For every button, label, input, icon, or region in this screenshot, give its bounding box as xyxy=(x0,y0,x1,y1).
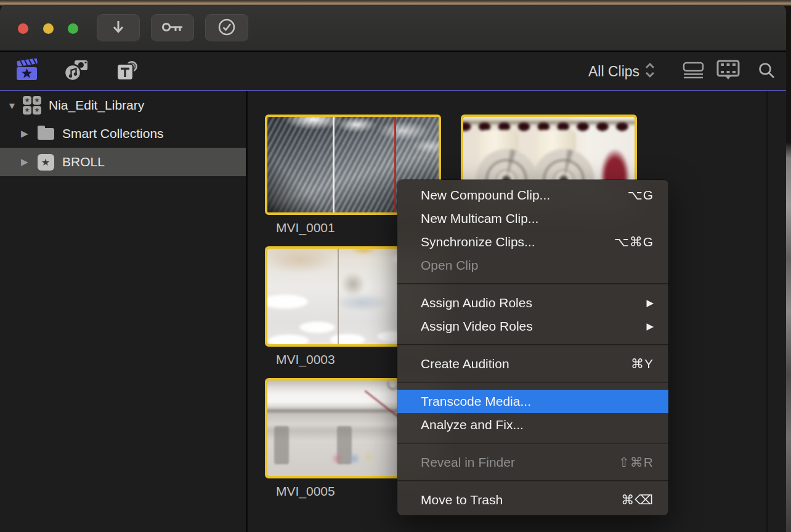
filmstrip-view-button[interactable] xyxy=(715,53,743,90)
menu-item-shortcut: ⌘Y xyxy=(631,357,654,371)
sidebar-item-label: BROLL xyxy=(62,155,105,169)
sidebar-item-broll[interactable]: ▶ ★ BROLL xyxy=(0,148,246,176)
titlebar[interactable] xyxy=(0,5,786,52)
menu-item-label: Assign Video Roles xyxy=(421,319,635,334)
skimmer-line xyxy=(394,115,396,215)
library-icon: ★★★★ xyxy=(21,96,43,115)
menu-item-shortcut: ⇧⌘R xyxy=(619,455,654,470)
menu-separator xyxy=(397,382,668,383)
keyword-editor-button[interactable] xyxy=(151,14,194,42)
menu-separator xyxy=(397,344,668,345)
menu-item-move-to-trash[interactable]: Move to Trash ⌘⌫ xyxy=(397,488,668,512)
search-icon xyxy=(757,61,776,82)
menu-item-label: New Compound Clip... xyxy=(421,188,616,203)
menu-separator xyxy=(397,283,668,284)
music-note-camera-icon xyxy=(64,58,90,84)
zoom-button[interactable] xyxy=(68,23,78,34)
menu-item-shortcut: ⌘⌫ xyxy=(621,493,654,507)
photos-audio-sidebar-toggle[interactable] xyxy=(63,53,91,90)
updown-chevron-icon xyxy=(644,62,655,81)
submenu-arrow-icon: ▶ xyxy=(646,321,654,332)
menu-item-shortcut: ⌥G xyxy=(627,188,654,203)
browser-toolbar: All Clips xyxy=(0,53,786,90)
clip-filter-dropdown[interactable]: All Clips xyxy=(588,53,655,90)
disclosure-triangle-collapsed-icon[interactable]: ▶ xyxy=(21,128,34,139)
screen: All Clips xyxy=(0,0,791,532)
menu-item-shortcut: ⌥⌘G xyxy=(614,235,654,249)
menu-item-reveal-in-finder: Reveal in Finder ⇧⌘R xyxy=(397,451,668,474)
menu-item-label: Synchronize Clips... xyxy=(421,235,602,249)
menu-item-label: Assign Audio Roles xyxy=(421,296,635,310)
menu-item-label: Reveal in Finder xyxy=(421,455,607,470)
clip-browser: MVI_0001 MVI_ xyxy=(248,91,786,532)
key-icon xyxy=(161,22,184,35)
menu-item-transcode-media[interactable]: Transcode Media... xyxy=(397,390,668,413)
thread-line xyxy=(338,246,339,347)
disclosure-triangle-collapsed-icon[interactable]: ▶ xyxy=(21,156,34,167)
menu-item-label: Move to Trash xyxy=(421,493,610,507)
libraries-sidebar: ▼ ★★★★ Nia_Edit_Library ▶ Smart Collecti… xyxy=(0,91,246,532)
menu-item-create-audition[interactable]: Create Audition ⌘Y xyxy=(397,352,668,376)
clip-appearance-icon xyxy=(683,62,705,81)
menu-item-label: Analyze and Fix... xyxy=(421,417,654,432)
main-content: ▼ ★★★★ Nia_Edit_Library ▶ Smart Collecti… xyxy=(0,91,786,532)
menu-item-label: Open Clip xyxy=(421,258,654,273)
menu-item-label: Create Audition xyxy=(421,357,620,371)
disclosure-triangle-expanded-icon[interactable]: ▼ xyxy=(7,100,21,111)
submenu-arrow-icon: ▶ xyxy=(646,297,654,308)
download-arrow-icon xyxy=(111,19,126,38)
menu-separator xyxy=(397,480,668,482)
search-button[interactable] xyxy=(754,53,779,90)
desktop-wallpaper-right xyxy=(785,6,791,532)
libraries-sidebar-toggle[interactable] xyxy=(14,53,41,90)
background-tasks-button[interactable] xyxy=(205,14,248,42)
playhead-line xyxy=(333,115,335,215)
import-media-button[interactable] xyxy=(97,14,140,42)
minimize-button[interactable] xyxy=(43,23,54,34)
menu-item-analyze-and-fix[interactable]: Analyze and Fix... xyxy=(397,413,668,437)
menu-item-assign-audio-roles[interactable]: Assign Audio Roles ▶ xyxy=(397,291,668,315)
sidebar-item-smart-collections[interactable]: ▶ Smart Collections xyxy=(0,119,246,148)
star-collection-icon: ★ xyxy=(34,154,57,171)
menu-separator xyxy=(397,443,668,444)
menu-item-label: New Multicam Clip... xyxy=(421,211,643,226)
clip-filter-value: All Clips xyxy=(588,63,639,80)
menu-item-new-compound-clip[interactable]: New Compound Clip... ⌥G xyxy=(397,183,668,207)
clip-appearance-button[interactable] xyxy=(680,53,707,90)
sidebar-item-label: Nia_Edit_Library xyxy=(49,98,144,113)
context-menu: New Compound Clip... ⌥G New Multicam Cli… xyxy=(397,180,668,515)
close-button[interactable] xyxy=(18,23,28,34)
menu-item-assign-video-roles[interactable]: Assign Video Roles ▶ xyxy=(397,315,668,338)
filmstrip-icon xyxy=(716,60,741,83)
folder-icon xyxy=(34,128,57,140)
app-window: All Clips xyxy=(0,5,786,532)
sidebar-item-label: Smart Collections xyxy=(62,126,164,141)
menu-item-synchronize-clips[interactable]: Synchronize Clips... ⌥⌘G xyxy=(397,230,668,254)
titles-generators-icon xyxy=(115,58,139,84)
menu-item-label: Transcode Media... xyxy=(421,394,654,409)
clapperboard-star-icon xyxy=(15,58,39,84)
check-circle-icon xyxy=(217,18,236,39)
menu-item-open-clip: Open Clip xyxy=(397,254,668,277)
titles-generators-sidebar-toggle[interactable] xyxy=(113,53,140,90)
sidebar-item-library[interactable]: ▼ ★★★★ Nia_Edit_Library xyxy=(0,91,246,119)
menu-item-new-multicam-clip[interactable]: New Multicam Clip... xyxy=(397,207,668,230)
browser-edge-line xyxy=(766,91,768,532)
